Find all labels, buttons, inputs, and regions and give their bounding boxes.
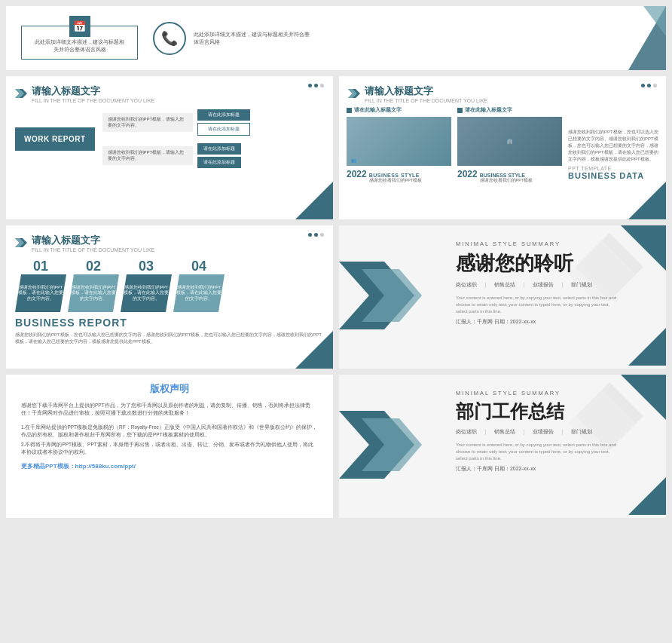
slide2-body: 请在此输入标题文字 👥 2022 BUSINESS STYLE 感谢您收看我们的… (339, 106, 666, 188)
col2-header: 请在此输入标题文字 (457, 106, 562, 114)
s6tag-2: 销售总结 (494, 428, 515, 436)
col1-header: 请在此输入标题文字 (347, 106, 451, 114)
slide6-reporter: 汇报人：千库网 日期：2022-xx-xx (456, 465, 651, 473)
col2-year: 2022 (457, 169, 478, 179)
slide1-dots (308, 84, 324, 87)
flow-text-2: 感谢您收到我们的PPT模板，请输入您要的文字内容。 (102, 146, 193, 166)
slide3-title-group: 请输入标题文字 FILL IN THE TITLE OF THE DOCUMEN… (32, 233, 154, 253)
slide4-content-text: Your content is entered here, or by copy… (456, 295, 622, 315)
slide6-tags: 岗位述职 ｜ 销售总结 ｜ 业绩报告 ｜ 部门规划 (456, 428, 651, 436)
arrow-icon-2 (348, 87, 360, 100)
slide2-ppt-label: PPT TEMPLATE BUSINESS DATA (568, 166, 658, 180)
tag-3: 业绩报告 (533, 281, 554, 289)
flowchart: 感谢您收到我们的PPT模板，请输入您要的文字内容。 请在此添加标题 请在此添加标… (102, 109, 324, 168)
slide2-title: 请输入标题文字 (365, 85, 433, 96)
flow-tag-1b: 请在此添加标题 (197, 123, 250, 136)
diamond-num-01: 01 (33, 259, 48, 274)
slide2-subtitle: FILL IN THE TITLE OF THE DOCUMENT YOU LI… (365, 98, 487, 103)
diamond-shape-01: 感谢您收到我们的PPT模板，请在此输入您要的文字内容。 (15, 274, 66, 312)
biz-report-text: 感谢您收到我们的PPT模板，您也可以输入您已想要的文字内容，感谢您收到我们的PP… (15, 332, 324, 345)
slide3-body: 01 感谢您收到我们的PPT模板，请在此输入您要的文字内容。 02 感谢您收到我… (6, 256, 333, 351)
dot1 (308, 84, 312, 87)
s2dot2 (647, 84, 651, 87)
s6sep1: ｜ (483, 428, 488, 436)
slide2-dots (641, 84, 657, 87)
slide-business-style: 请输入标题文字 FILL IN THE TITLE OF THE DOCUMEN… (339, 76, 666, 219)
col1-biz-style: BUSINESS STYLE (369, 173, 423, 178)
slide6-content: MINIMAL STYLE SUMMARY 部门工作总结 岗位述职 ｜ 销售总结… (339, 375, 666, 480)
copyright-intro: 感谢您下载千库网平台上提供的PPT作品，为了您和千库网以及原创作者的利益，请勿复… (21, 402, 318, 418)
diamond-num-03: 03 (139, 259, 154, 274)
slide1-subtitle: FILL IN THE TITLE OF THE DOCUMENT YOU LI… (32, 98, 154, 103)
flow-tags-2: 请在此添加标题 请在此添加标题 (197, 143, 241, 168)
banner-right-text: 此处添加详细文本描述，建议与标题相关并符合整体语言风格 (194, 31, 314, 46)
slide1-title-group: 请输入标题文字 FILL IN THE TITLE OF THE DOCUMEN… (32, 84, 154, 103)
corner-tri-br-2 (628, 182, 666, 219)
banner-left-section: 📅 此处添加详细文本描述，建议与标题相关并符合整体语言风格 (21, 17, 138, 60)
arrow-icon-3 (15, 237, 27, 249)
slide4-reporter: 汇报人：千库网 日期：2022-xx-xx (456, 318, 651, 326)
minimal-label-4: MINIMAL STYLE SUMMARY (456, 240, 651, 247)
slide4-content: MINIMAL STYLE SUMMARY 感谢您的聆听 岗位述职 ｜ 销售总结… (339, 225, 666, 333)
slide2-title-group: 请输入标题文字 FILL IN THE TITLE OF THE DOCUMEN… (365, 84, 487, 103)
flow-tag-2a: 请在此添加标题 (197, 143, 241, 155)
s3dot3 (320, 233, 324, 237)
biz-data-label: BUSINESS DATA (568, 171, 658, 180)
corner-tri-br-3 (295, 331, 333, 369)
flow-tag-2b: 请在此添加标题 (197, 157, 241, 168)
col1-caption: 2022 BUSINESS STYLE 感谢您收看我们的PPT模板 (347, 169, 451, 183)
col2-image: 👔 (457, 117, 562, 166)
slide3-dots (308, 233, 324, 237)
col1-biz: BUSINESS STYLE 感谢您收看我们的PPT模板 (369, 173, 423, 183)
tag-1: 岗位述职 (456, 281, 477, 289)
slide1-header: 请输入标题文字 FILL IN THE TITLE OF THE DOCUMEN… (6, 76, 333, 106)
svg-marker-17 (628, 477, 666, 515)
col1-header-text: 请在此输入标题文字 (354, 106, 402, 114)
corner-tri-br-4 (628, 328, 666, 369)
s2dot1 (641, 84, 645, 87)
flow-tag-1a: 请在此添加标题 (197, 109, 250, 121)
flow-text-1: 感谢您收到我们的PPT模板，请输入您要的文字内容。 (102, 113, 193, 133)
s6tag-3: 业绩报告 (533, 428, 554, 436)
col2-biz-style: BUSINESS STYLE (480, 173, 533, 178)
diamond-03: 03 感谢您收到我们的PPT模板，请在此输入您要的文字内容。 (121, 259, 172, 312)
banner-right-section: 📞 此处添加详细文本描述，建议与标题相关并符合整体语言风格 (153, 22, 314, 55)
dot3 (320, 84, 324, 87)
slide4-tags: 岗位述职 ｜ 销售总结 ｜ 业绩报告 ｜ 部门规划 (456, 281, 651, 289)
copyright-link: 更多精品PPT模板：http://588ku.com/ppt/ (21, 462, 318, 470)
slide1-body: WORK REPORT 感谢您收到我们的PPT模板，请输入您要的文字内容。 请在… (6, 106, 333, 174)
sep3: ｜ (560, 281, 565, 289)
slide3-subtitle: FILL IN THE TITLE OF THE DOCUMENT YOU LI… (32, 247, 154, 253)
copyright-item2: 2.不得将千库网的PPT模板、PPT素材，本身用于再出售，或者出租、出借、转让、… (21, 441, 318, 456)
dot2 (314, 84, 318, 87)
sep1: ｜ (483, 281, 488, 289)
copyright-title: 版权声明 (21, 382, 318, 396)
slide2-right: 感谢您收到我们的PPT模板，您也可以选入您已想要的文字内容。感谢您收到我们的PP… (568, 106, 658, 183)
svg-marker-11 (628, 328, 666, 366)
slide-work-report: 请输入标题文字 FILL IN THE TITLE OF THE DOCUMEN… (6, 76, 333, 219)
col2-biz-sub: 感谢您收看我们的PPT模板 (480, 178, 533, 183)
corner-tri-br-6 (628, 477, 666, 518)
slide2-col1: 请在此输入标题文字 👥 2022 BUSINESS STYLE 感谢您收看我们的… (347, 106, 451, 183)
arrow-icon (15, 87, 27, 100)
col1-header-sq (347, 108, 352, 113)
slide-thankyou: MINIMAL STYLE SUMMARY 感谢您的聆听 岗位述职 ｜ 销售总结… (339, 225, 666, 369)
s6tag-4: 部门规划 (571, 428, 592, 436)
col1-image: 👥 (347, 117, 451, 166)
flow-row-2: 感谢您收到我们的PPT模板，请输入您要的文字内容。 请在此添加标题 请在此添加标… (102, 143, 324, 168)
col1-year: 2022 (347, 169, 367, 179)
s2dot3 (653, 84, 657, 87)
slide-business-report: 请输入标题文字 FILL IN THE TITLE OF THE DOCUMEN… (6, 225, 333, 369)
s3dot2 (314, 233, 318, 237)
s6sep3: ｜ (560, 428, 565, 436)
diamond-02: 02 感谢您收到我们的PPT模板，请在此输入您要的文字内容。 (68, 259, 119, 312)
ppt-template-label: PPT TEMPLATE (568, 166, 658, 171)
diamond-num-02: 02 (86, 259, 101, 274)
slide3-header: 请输入标题文字 FILL IN THE TITLE OF THE DOCUMEN… (6, 225, 333, 256)
diamond-shape-03: 感谢您收到我们的PPT模板，请在此输入您要的文字内容。 (121, 274, 172, 312)
s3dot1 (308, 233, 312, 237)
s6tag-1: 岗位述职 (456, 428, 477, 436)
thankyou-text: 感谢您的聆听 (456, 250, 651, 277)
col2-header-text: 请在此输入标题文字 (465, 106, 512, 114)
col2-caption: 2022 BUSINESS STYLE 感谢您收看我们的PPT模板 (457, 169, 562, 183)
